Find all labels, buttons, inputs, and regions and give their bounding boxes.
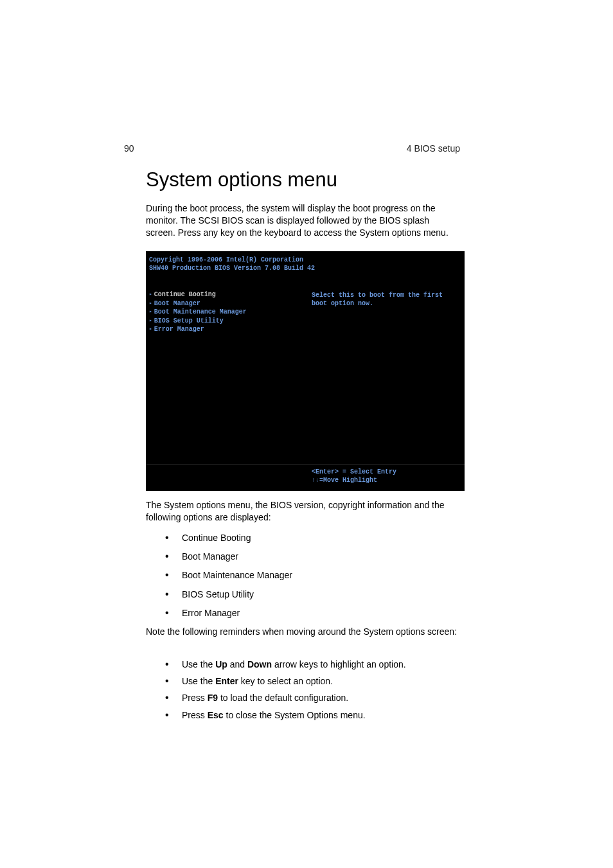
bios-menu-label: Boot Maintenance Manager <box>154 308 247 317</box>
bios-menu-item-bios-setup-utility[interactable]: ▸ BIOS Setup Utility <box>149 317 247 326</box>
bios-divider <box>146 465 465 465</box>
text: to load the default configuration. <box>218 693 348 703</box>
bios-copyright-line2: SHW40 Production BIOS Version 7.08 Build… <box>149 265 315 273</box>
bios-copyright: Copyright 1996-2006 Intel(R) Corporation… <box>149 256 315 272</box>
page-section: 4 BIOS setup <box>407 143 460 154</box>
arrow-right-icon: ▸ <box>149 300 152 307</box>
bios-copyright-line1: Copyright 1996-2006 Intel(R) Corporation <box>149 256 315 265</box>
bios-screenshot: Copyright 1996-2006 Intel(R) Corporation… <box>146 251 465 491</box>
key-label: Esc <box>208 710 224 720</box>
text: to close the System Options menu. <box>224 710 366 720</box>
list-item: Use the Enter key to select an option. <box>164 675 459 687</box>
page-header: 90 4 BIOS setup <box>124 143 460 154</box>
bios-menu-item-boot-maintenance-manager[interactable]: ▸ Boot Maintenance Manager <box>149 308 247 317</box>
text: Use the <box>182 676 215 686</box>
bios-menu-item-continue-booting[interactable]: ▸ Continue Booting <box>149 290 247 299</box>
list-item: Press Esc to close the System Options me… <box>164 709 459 721</box>
list-item: BIOS Setup Utility <box>164 589 292 600</box>
arrow-right-icon: ▸ <box>149 317 152 324</box>
page-title: System options menu <box>146 168 337 191</box>
bios-menu-label: BIOS Setup Utility <box>154 317 224 326</box>
list-item: Use the Up and Down arrow keys to highli… <box>164 659 459 670</box>
intro-paragraph: During the boot process, the system will… <box>146 202 461 239</box>
arrow-right-icon: ▸ <box>149 308 152 315</box>
bios-menu-label: Continue Booting <box>154 290 216 299</box>
bios-menu-label: Error Manager <box>154 325 204 334</box>
bios-footer-move: ↑↓=Move Highlight <box>312 476 396 484</box>
list-item: Boot Maintenance Manager <box>164 569 292 581</box>
bios-help-text: Select this to boot from the first boot … <box>312 291 459 308</box>
key-label: F9 <box>208 693 218 703</box>
list-item: Continue Booting <box>164 532 292 544</box>
reminder-list: Use the Up and Down arrow keys to highli… <box>164 659 459 726</box>
key-label: Down <box>247 659 272 669</box>
reminder-paragraph: Note the following reminders when moving… <box>146 626 461 638</box>
text: Use the <box>182 659 215 669</box>
arrow-right-icon: ▸ <box>149 291 152 298</box>
page-number: 90 <box>124 143 134 154</box>
description-paragraph: The System options menu, the BIOS versio… <box>146 499 461 524</box>
text: Press <box>182 693 208 703</box>
bios-menu: ▸ Continue Booting ▸ Boot Manager ▸ Boot… <box>149 290 247 334</box>
key-label: Enter <box>215 676 238 686</box>
text: key to select an option. <box>238 676 333 686</box>
text: arrow keys to highlight an option. <box>272 659 406 669</box>
list-item: Error Manager <box>164 607 292 619</box>
options-list: Continue Booting Boot Manager Boot Maint… <box>164 532 292 626</box>
bios-menu-label: Boot Manager <box>154 299 200 308</box>
list-item: Press F9 to load the default configurati… <box>164 692 459 704</box>
text: and <box>227 659 247 669</box>
key-label: Up <box>215 659 227 669</box>
text: Press <box>182 710 208 720</box>
list-item: Boot Manager <box>164 551 292 562</box>
bios-menu-item-boot-manager[interactable]: ▸ Boot Manager <box>149 299 247 308</box>
bios-footer: <Enter> = Select Entry ↑↓=Move Highlight <box>312 468 396 484</box>
bios-footer-enter: <Enter> = Select Entry <box>312 468 396 476</box>
bios-menu-item-error-manager[interactable]: ▸ Error Manager <box>149 325 247 334</box>
arrow-right-icon: ▸ <box>149 326 152 333</box>
